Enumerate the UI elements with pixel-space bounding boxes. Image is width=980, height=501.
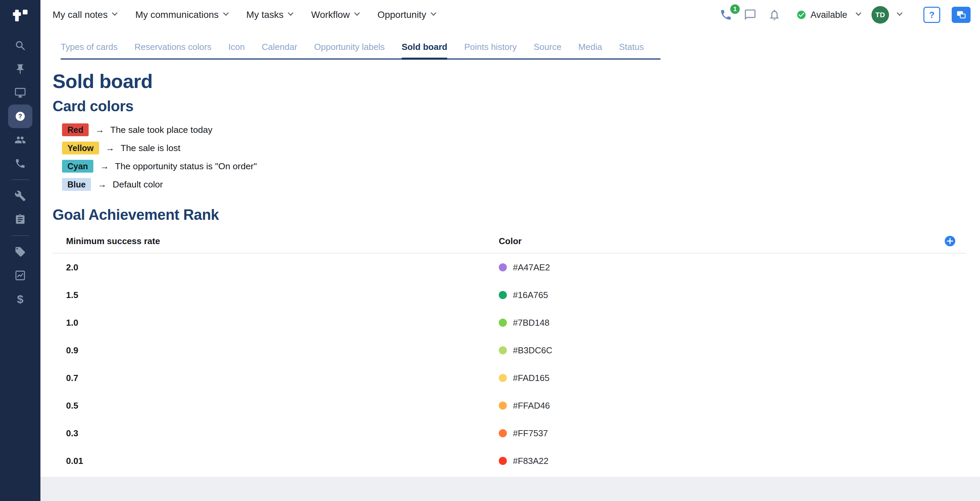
tab[interactable]: Source — [533, 42, 561, 58]
rank-row: 0.9 #B3DC6C — [52, 337, 967, 364]
rank-color-cell: #F83A22 — [499, 456, 967, 466]
tag-icon — [14, 246, 26, 258]
hex-value: #FFAD46 — [513, 400, 550, 411]
chevron-down-icon — [354, 10, 360, 16]
sidebar-item-insights[interactable] — [8, 264, 32, 287]
page-title: Sold board — [52, 70, 967, 93]
color-swatch: Red — [62, 123, 89, 137]
sidebar-item-board[interactable] — [8, 81, 32, 105]
tab[interactable]: Reservations colors — [134, 42, 211, 58]
hex-value: #16A765 — [513, 290, 548, 300]
rank-color-cell: #FAD165 — [499, 373, 967, 383]
add-rank-button[interactable] — [944, 235, 967, 247]
rank-table-header: Minimum success rate Color — [52, 229, 967, 254]
card-colors-heading: Card colors — [52, 98, 967, 115]
legend-description: The opportunity status is "On order" — [115, 161, 257, 172]
nav-menu[interactable]: Opportunity — [377, 10, 435, 20]
rank-rate: 1.0 — [52, 318, 499, 328]
sidebar-item-pinned[interactable] — [8, 57, 32, 81]
hex-value: #FF7537 — [513, 428, 548, 439]
availability-selector[interactable]: Available — [796, 10, 860, 20]
nav-menu-label: Opportunity — [377, 10, 426, 20]
chevron-down-icon — [288, 10, 294, 16]
tab[interactable]: Calendar — [262, 42, 298, 58]
tab-label: Opportunity labels — [314, 42, 385, 52]
color-dot — [499, 319, 507, 327]
sidebar-item-search[interactable] — [8, 34, 32, 57]
sidebar-item-help[interactable]: ? — [8, 105, 32, 128]
rank-row: 0.3 #FF7537 — [52, 420, 967, 447]
rank-color-cell: #B3DC6C — [499, 345, 967, 356]
tab[interactable]: Icon — [228, 42, 245, 58]
rank-row: 1.0 #7BD148 — [52, 309, 967, 337]
sidebar-item-contacts[interactable] — [8, 128, 32, 152]
hex-value: #B3DC6C — [513, 345, 552, 356]
calls-button[interactable]: 1 — [719, 8, 732, 21]
rank-row: 1.5 #16A765 — [52, 281, 967, 309]
feedback-panel-button[interactable] — [952, 7, 970, 23]
chevron-down-icon — [897, 10, 902, 16]
help-button[interactable]: ? — [923, 7, 940, 23]
color-swatch: Yellow — [62, 142, 99, 155]
chevron-down-icon — [223, 10, 229, 16]
notifications-button[interactable] — [768, 8, 781, 21]
arrow-icon: → — [106, 143, 115, 153]
color-dot — [499, 346, 507, 354]
rank-rate: 0.9 — [52, 345, 499, 356]
nav-menu[interactable]: Workflow — [311, 10, 359, 20]
tab-label: Status — [619, 42, 644, 52]
tab-label: Types of cards — [60, 42, 118, 52]
sidebar-divider — [11, 235, 29, 236]
app-logo[interactable] — [11, 5, 29, 26]
dollar-icon: $ — [17, 293, 24, 305]
nav-menu[interactable]: My communications — [135, 10, 227, 20]
sidebar: ? $ — [0, 0, 40, 501]
legend-description: The sale took place today — [110, 125, 212, 135]
card-colors-legend: Red → The sale took place today Yellow →… — [62, 121, 967, 193]
tab-label: Sold board — [402, 42, 447, 52]
sidebar-item-tools[interactable] — [8, 184, 32, 208]
user-menu[interactable]: TD — [872, 6, 901, 24]
column-header-rate: Minimum success rate — [52, 236, 499, 246]
hex-value: #FAD165 — [513, 373, 549, 383]
main-menu: My call notes My communications My tasks… — [52, 10, 435, 20]
tab[interactable]: Media — [578, 42, 602, 58]
arrow-icon: → — [98, 179, 107, 190]
legend-description: Default color — [113, 179, 163, 190]
topbar-actions: 1 Available TD — [719, 6, 970, 24]
legend-row: Blue → Default color — [62, 176, 967, 193]
status-available-icon — [796, 10, 807, 20]
nav-menu[interactable]: My tasks — [247, 10, 292, 20]
bell-icon — [768, 8, 781, 21]
logo-icon — [11, 7, 29, 24]
top-navbar: My call notes My communications My tasks… — [40, 0, 980, 30]
nav-menu[interactable]: My call notes — [52, 10, 116, 20]
panels-icon — [955, 10, 967, 20]
question-glyph: ? — [19, 113, 22, 120]
tab[interactable]: Types of cards — [60, 42, 118, 58]
color-dot — [499, 374, 507, 382]
sidebar-item-tags[interactable] — [8, 240, 32, 264]
chart-icon — [14, 270, 26, 281]
rank-rate: 0.3 — [52, 428, 499, 439]
messages-button[interactable] — [744, 8, 757, 21]
tab[interactable]: Sold board — [402, 42, 447, 58]
tab[interactable]: Opportunity labels — [314, 42, 385, 58]
sidebar-item-tasks[interactable] — [8, 208, 32, 231]
rank-row: 0.01 #F83A22 — [52, 447, 967, 475]
legend-description: The sale is lost — [121, 143, 180, 153]
color-dot — [499, 291, 507, 299]
chat-icon — [744, 8, 757, 21]
sidebar-item-deals[interactable]: $ — [8, 287, 32, 311]
sidebar-item-calls[interactable] — [8, 152, 32, 176]
rank-row: 0.7 #FAD165 — [52, 364, 967, 392]
tab-label: Media — [578, 42, 602, 52]
rank-rate: 2.0 — [52, 262, 499, 273]
rank-row: 0.5 #FFAD46 — [52, 392, 967, 420]
legend-row: Yellow → The sale is lost — [62, 139, 967, 157]
rank-rate: 0.7 — [52, 373, 499, 383]
tab[interactable]: Points history — [464, 42, 517, 58]
tab[interactable]: Status — [619, 42, 644, 58]
hex-value: #F83A22 — [513, 456, 549, 466]
rank-color-cell: #FF7537 — [499, 428, 967, 439]
